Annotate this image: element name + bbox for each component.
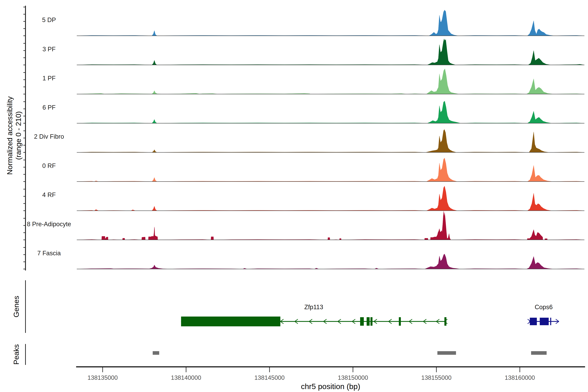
- peak-interval: [153, 351, 159, 355]
- track-signal-5-dp: [77, 10, 584, 36]
- y-axis-label: Normalized accessibility (range 0 - 210): [6, 21, 23, 250]
- x-axis-title: chr5 position (bp): [249, 382, 412, 391]
- track-signal-1-pf: [77, 69, 584, 94]
- track-signal-7-fascia: [77, 254, 584, 269]
- track-label: 0 RF: [42, 162, 56, 169]
- gene-exon: [550, 318, 551, 325]
- track-label: 6 PF: [42, 104, 56, 111]
- x-axis-tick-label: 138135000: [88, 374, 118, 381]
- gene-utr-exon: [181, 316, 280, 326]
- gene-exon: [370, 317, 372, 326]
- gene-exon: [367, 317, 370, 326]
- gene-name-label: Cops6: [535, 304, 553, 310]
- gene-exon: [360, 317, 364, 326]
- track-signal-4-rf: [77, 186, 584, 211]
- x-axis-tick-label: 138145000: [254, 374, 284, 381]
- y-axis-label-line1: Normalized accessibility: [6, 21, 14, 250]
- x-axis-tick-label: 138155000: [421, 374, 452, 381]
- track-signal-8-pre-adipocyte: [77, 211, 584, 240]
- x-axis-tick-label: 138140000: [171, 374, 201, 381]
- track-signal-6-pf: [77, 101, 584, 123]
- gene-exon: [444, 317, 446, 326]
- x-axis-tick-label: 138160000: [505, 374, 535, 381]
- track-label: 3 PF: [42, 46, 56, 52]
- track-signal-3-pf: [77, 39, 584, 65]
- track-label: 8 Pre-Adipocyte: [27, 221, 71, 228]
- genes-section-label: Genes: [12, 282, 20, 331]
- peak-interval: [438, 351, 456, 355]
- track-label: 7 Fascia: [37, 250, 61, 256]
- track-label: 5 DP: [42, 16, 56, 23]
- plot-canvas: 5 DP3 PF1 PF6 PF2 Div Fibro0 RF4 RF8 Pre…: [0, 0, 588, 392]
- peaks-section-label: Peaks: [12, 330, 20, 379]
- coverage-plot-figure: 5 DP3 PF1 PF6 PF2 Div Fibro0 RF4 RF8 Pre…: [0, 0, 588, 392]
- peak-interval: [531, 351, 547, 355]
- gene-exon: [530, 318, 537, 325]
- track-label: 2 Div Fibro: [34, 133, 64, 140]
- y-axis-label-line2: (range 0 - 210): [14, 21, 23, 250]
- x-axis-tick-label: 138150000: [338, 374, 368, 381]
- gene-name-label: Zfp113: [304, 304, 323, 310]
- track-signal-0-rf: [77, 158, 584, 182]
- track-label: 4 RF: [42, 192, 56, 198]
- track-signal-2-div-fibro: [77, 129, 584, 152]
- track-label: 1 PF: [42, 75, 56, 82]
- gene-exon: [399, 317, 401, 326]
- gene-exon: [540, 318, 549, 325]
